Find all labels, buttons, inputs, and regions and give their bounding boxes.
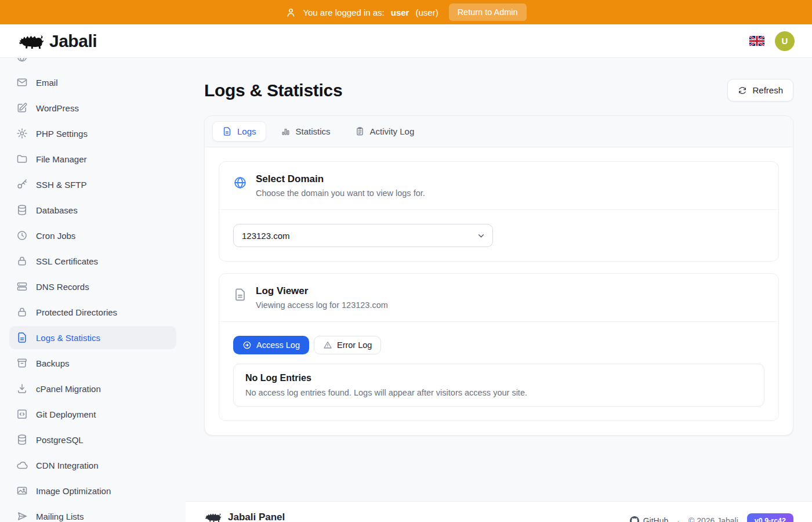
sidebar-item-email[interactable]: Email: [9, 71, 176, 94]
sidebar-item-logs-statistics[interactable]: Logs & Statistics: [9, 326, 176, 349]
folder-icon: [16, 153, 28, 165]
send-icon: [16, 510, 28, 522]
sidebar-item-databases[interactable]: Databases: [9, 198, 176, 222]
sidebar-item-file-manager[interactable]: File Manager: [9, 147, 176, 171]
admin-session-bar: You are logged in as: user (user) Return…: [0, 0, 812, 24]
globe-icon: [233, 176, 247, 190]
archive-icon: [16, 357, 28, 369]
tab-label: Activity Log: [370, 126, 415, 136]
arrow-right-circle-icon: [242, 340, 252, 350]
sidebar-item-label: DNS Records: [36, 282, 89, 292]
lock-icon: [16, 306, 28, 318]
tabstrip: Logs Statistics Activity Log: [205, 116, 793, 147]
login-role: (user): [415, 8, 438, 17]
clipboard-icon: [355, 126, 365, 136]
tab-label: Logs: [237, 126, 256, 136]
sidebar-item-ssh-sftp[interactable]: SSH & SFTP: [9, 173, 176, 196]
footer-brand-name: Jabali Panel: [228, 512, 285, 522]
tab-logs[interactable]: Logs: [212, 121, 266, 142]
github-link[interactable]: GitHub: [630, 516, 669, 522]
sidebar-item-cron-jobs[interactable]: Cron Jobs: [9, 224, 176, 247]
empty-state-message: No access log entries found. Logs will a…: [245, 388, 752, 397]
footer-meta: GitHub · © 2026 Jabali v0.9-rc42: [630, 513, 793, 522]
domain-select[interactable]: 123123.com: [233, 224, 493, 247]
sidebar-item-ssl-certificates[interactable]: SSL Certificates: [9, 249, 176, 273]
server-icon: [16, 281, 28, 292]
github-icon: [630, 516, 639, 522]
return-to-admin-button[interactable]: Return to Admin: [449, 3, 527, 21]
footer-separator: ·: [677, 516, 680, 522]
sidebar-item-mailing-lists[interactable]: Mailing Lists: [9, 505, 176, 522]
sidebar-item-label: File Manager: [36, 154, 87, 164]
lock-icon: [16, 255, 28, 267]
sidebar-item-wordpress[interactable]: WordPress: [9, 96, 176, 119]
language-flag-uk[interactable]: [749, 36, 764, 46]
footer-brand: Jabali Panel: [204, 511, 285, 522]
sidebar-item-label: Backups: [36, 358, 70, 368]
sidebar-item-label: Cron Jobs: [36, 231, 75, 241]
brand-name: Jabali: [49, 31, 97, 51]
login-status-message: You are logged in as: user (user): [285, 7, 438, 18]
app-footer: Jabali Panel GitHub · © 2026 Jabali v0.9…: [186, 501, 812, 522]
app-header: Jabali U: [0, 24, 812, 58]
sidebar-item-label: Logs & Statistics: [36, 333, 100, 343]
refresh-button[interactable]: Refresh: [727, 79, 793, 102]
alert-triangle-icon: [323, 340, 332, 350]
sidebar: Email WordPress PHP Settings File Manage…: [0, 58, 186, 522]
sidebar-item-label: Mailing Lists: [36, 512, 84, 521]
user-avatar[interactable]: U: [775, 31, 795, 51]
sidebar-item-label: PostgreSQL: [36, 435, 84, 445]
footer-copyright: © 2026 Jabali: [688, 516, 738, 522]
sidebar-item-git-deployment[interactable]: Git Deployment: [9, 403, 176, 426]
globe-icon: [16, 58, 28, 63]
login-prefix: You are logged in as:: [303, 8, 384, 17]
sidebar-item-label: Image Optimization: [36, 486, 111, 496]
database-icon: [16, 434, 28, 445]
sidebar-item-label: PHP Settings: [36, 129, 88, 139]
clock-icon: [16, 230, 28, 241]
sidebar-item-image-optimization[interactable]: Image Optimization: [9, 479, 176, 502]
sidebar-item-cpanel-migration[interactable]: cPanel Migration: [9, 377, 176, 400]
log-viewer-description: Viewing access log for 123123.com: [256, 300, 388, 310]
file-text-icon: [16, 332, 28, 343]
key-icon: [16, 179, 28, 190]
error-log-label: Error Log: [337, 340, 372, 350]
sidebar-item-backups[interactable]: Backups: [9, 351, 176, 375]
sidebar-item-postgresql[interactable]: PostgreSQL: [9, 428, 176, 451]
page-title: Logs & Statistics: [204, 81, 342, 100]
sidebar-item-label: Databases: [36, 205, 78, 215]
mail-icon: [16, 77, 28, 88]
sidebar-item-partial[interactable]: [9, 58, 176, 68]
file-text-icon: [222, 126, 232, 136]
tab-statistics[interactable]: Statistics: [271, 121, 340, 142]
sidebar-item-label: SSL Certificates: [36, 256, 98, 266]
sidebar-item-cdn-integration[interactable]: CDN Integration: [9, 454, 176, 477]
brand-logo[interactable]: Jabali: [17, 31, 97, 51]
sidebar-item-php-settings[interactable]: PHP Settings: [9, 122, 176, 145]
access-log-button[interactable]: Access Log: [233, 336, 309, 354]
code-icon: [16, 408, 28, 420]
login-username: user: [391, 8, 409, 17]
sidebar-item-label: cPanel Migration: [36, 384, 101, 394]
refresh-icon: [738, 86, 747, 95]
edit-icon: [16, 102, 28, 114]
tab-activity-log[interactable]: Activity Log: [345, 121, 425, 142]
empty-state-title: No Log Entries: [245, 373, 752, 383]
log-viewer-card: Log Viewer Viewing access log for 123123…: [219, 273, 779, 421]
sidebar-nav: Email WordPress PHP Settings File Manage…: [9, 58, 176, 522]
gear-icon: [16, 128, 28, 139]
version-badge: v0.9-rc42: [747, 513, 793, 522]
sidebar-item-label: Git Deployment: [36, 409, 96, 419]
sidebar-item-label: CDN Integration: [36, 461, 99, 470]
select-domain-title: Select Domain: [256, 173, 425, 185]
sidebar-item-protected-directories[interactable]: Protected Directories: [9, 300, 176, 324]
logs-card: Logs Statistics Activity Log Select Doma…: [204, 115, 793, 436]
cloud-icon: [16, 459, 28, 471]
no-log-entries-box: No Log Entries No access log entries fou…: [233, 364, 764, 407]
bar-chart-icon: [281, 126, 291, 136]
tab-label: Statistics: [296, 126, 331, 136]
sidebar-item-dns-records[interactable]: DNS Records: [9, 275, 176, 298]
select-domain-card: Select Domain Choose the domain you want…: [219, 161, 779, 262]
error-log-button[interactable]: Error Log: [314, 336, 381, 354]
sidebar-item-label: SSH & SFTP: [36, 180, 87, 190]
